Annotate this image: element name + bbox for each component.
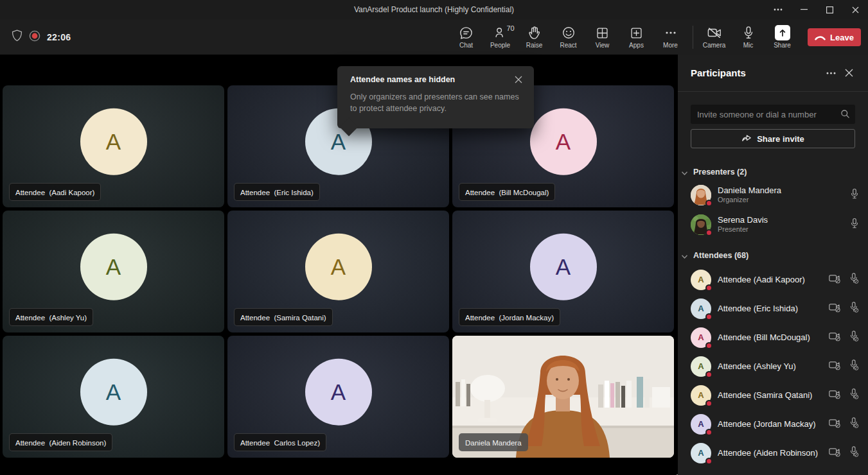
presenter-row[interactable]: Daniela Mandera Organizer xyxy=(691,180,860,210)
mic-icon xyxy=(743,25,754,40)
minimize-button[interactable] xyxy=(791,0,817,19)
close-window-button[interactable] xyxy=(842,0,868,19)
participant-name-label: Attendee (Aiden Robinson) xyxy=(9,433,112,451)
camera-disabled-icon[interactable] xyxy=(829,418,841,431)
video-tile[interactable]: A Attendee (Aadi Kapoor) xyxy=(3,85,224,207)
teams-meeting-window: VanArsdel Product launch (Highly Confide… xyxy=(0,0,868,475)
attendee-row[interactable]: A Attendee (Samira Qatani) xyxy=(691,381,860,410)
recording-indicator-icon xyxy=(29,30,40,44)
attendee-row[interactable]: A Attendee (Ashley Yu) xyxy=(691,352,860,381)
mic-on-icon[interactable] xyxy=(850,188,859,202)
avatar xyxy=(691,185,711,205)
panel-close-icon[interactable] xyxy=(840,64,858,82)
avatar-letter: A xyxy=(331,129,346,155)
hangup-phone-icon xyxy=(815,33,826,42)
more-button[interactable]: More xyxy=(653,22,687,53)
video-stage: A Attendee (Aadi Kapoor) A Attendee (Eri… xyxy=(0,55,677,475)
avatar: A xyxy=(691,327,711,348)
avatar: A xyxy=(691,356,711,377)
avatar-letter: A xyxy=(698,361,704,371)
mic-disabled-icon[interactable] xyxy=(849,446,859,460)
mic-disabled-icon[interactable] xyxy=(849,273,859,287)
raise-hand-icon xyxy=(527,25,541,40)
presence-busy-dot xyxy=(705,400,713,407)
attendee-row[interactable]: A Attendee (Aadi Kapoor) xyxy=(691,265,860,294)
attendee-name: Attendee (Samira Qatani) xyxy=(718,390,829,400)
presence-busy-dot xyxy=(705,458,713,465)
attendee-row[interactable]: A Attendee (Eric Ishida) xyxy=(691,294,860,323)
camera-disabled-icon[interactable] xyxy=(829,360,841,373)
mic-disabled-icon[interactable] xyxy=(849,359,859,374)
share-button[interactable]: Share xyxy=(765,22,799,53)
video-tile[interactable]: A Attendee Carlos Lopez) xyxy=(227,336,449,458)
mic-disabled-icon[interactable] xyxy=(849,331,859,345)
react-button[interactable]: React xyxy=(551,22,585,53)
avatar: A xyxy=(691,385,711,406)
participant-name-label: Attendee (Jordan Mackay) xyxy=(459,308,560,326)
presenters-section-header[interactable]: Presenters (2) xyxy=(682,166,860,178)
presenter-name: Daniela Mandera xyxy=(718,186,850,196)
maximize-button[interactable] xyxy=(817,0,842,19)
camera-disabled-icon[interactable] xyxy=(829,389,841,402)
titlebar-more-icon[interactable] xyxy=(765,0,791,19)
camera-disabled-icon[interactable] xyxy=(829,273,841,286)
attendee-list: A Attendee (Aadi Kapoor) xyxy=(691,265,860,467)
video-tile[interactable]: A Attendee (Jordan Mackay) xyxy=(452,211,674,332)
attendees-section-header[interactable]: Attendees (68) xyxy=(682,250,860,261)
share-invite-button[interactable]: Share invite xyxy=(691,129,855,148)
avatar: A xyxy=(80,234,147,300)
toolbar-center-buttons: Chat 70 People Raise React xyxy=(449,22,687,53)
attendee-row[interactable]: A Attendee (Aiden Robinson) xyxy=(691,438,860,467)
presence-busy-dot xyxy=(705,429,713,436)
raise-hand-button[interactable]: Raise xyxy=(517,22,551,53)
panel-more-icon[interactable] xyxy=(822,64,840,82)
leave-button[interactable]: Leave xyxy=(808,28,861,46)
camera-disabled-icon[interactable] xyxy=(829,302,841,315)
avatar: A xyxy=(305,359,372,426)
video-tile-live[interactable]: Daniela Mandera xyxy=(452,336,674,458)
attendee-name: Attendee (Aiden Robinson) xyxy=(718,448,829,458)
attendee-name: Attendee (Ashley Yu) xyxy=(718,361,829,371)
camera-button[interactable]: Camera xyxy=(697,22,731,53)
avatar-letter: A xyxy=(331,379,346,405)
presenter-row[interactable]: Serena Davis Presenter xyxy=(691,210,860,239)
chevron-down-icon xyxy=(682,250,687,261)
avatar-letter: A xyxy=(698,304,704,313)
tooltip-body: Only organizers and presenters can see n… xyxy=(350,91,522,114)
presence-busy-dot xyxy=(705,313,713,320)
mic-disabled-icon[interactable] xyxy=(849,302,859,316)
avatar-letter: A xyxy=(698,275,704,284)
tooltip-close-icon[interactable] xyxy=(515,74,522,86)
people-button[interactable]: 70 People xyxy=(483,22,517,53)
participant-name-label: Attendee (Eric Ishida) xyxy=(234,183,320,201)
apps-button[interactable]: Apps xyxy=(619,22,653,53)
chat-icon xyxy=(459,25,474,40)
avatar: A xyxy=(80,359,147,426)
camera-disabled-icon[interactable] xyxy=(829,447,841,460)
mic-disabled-icon[interactable] xyxy=(849,388,859,402)
participant-name-label: Attendee (Ashley Yu) xyxy=(9,308,93,326)
chat-button[interactable]: Chat xyxy=(449,22,483,53)
attendee-name: Attendee (Aadi Kapoor) xyxy=(718,275,829,284)
camera-disabled-icon[interactable] xyxy=(829,331,841,344)
video-tile[interactable]: A Attendee (Ashley Yu) xyxy=(3,211,224,332)
titlebar: VanArsdel Product launch (Highly Confide… xyxy=(0,0,868,19)
avatar-letter: A xyxy=(106,129,121,155)
mic-button[interactable]: Mic xyxy=(731,22,765,53)
invite-input[interactable] xyxy=(691,105,855,124)
video-tile[interactable]: A Attendee (Aiden Robinson) xyxy=(3,336,224,458)
participant-name-label: Daniela Mandera xyxy=(459,433,528,451)
view-button[interactable]: View xyxy=(585,22,619,53)
share-invite-icon xyxy=(741,133,752,144)
more-ellipsis-icon xyxy=(665,25,677,40)
mic-on-icon[interactable] xyxy=(850,218,859,232)
react-smiley-icon xyxy=(562,25,576,40)
video-tile[interactable]: A Attendee (Samira Qatani) xyxy=(227,211,449,332)
presence-busy-dot xyxy=(705,342,713,349)
avatar-letter: A xyxy=(106,254,121,280)
attendee-row[interactable]: A Attendee (Bill McDougal) xyxy=(691,323,860,352)
meeting-toolbar: 22:06 Chat 70 People Raise xyxy=(0,19,868,55)
chevron-down-icon xyxy=(682,166,687,178)
attendee-row[interactable]: A Attendee (Jordan Mackay) xyxy=(691,410,860,438)
mic-disabled-icon[interactable] xyxy=(849,417,859,431)
